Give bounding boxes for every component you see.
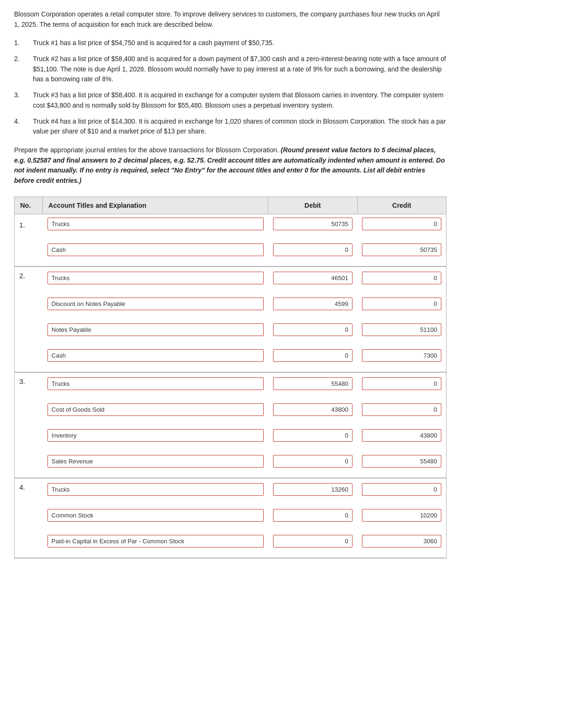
credit-input[interactable]: [362, 535, 441, 548]
credit-input[interactable]: [362, 272, 441, 284]
credit-input[interactable]: [362, 323, 441, 336]
debit-input[interactable]: [273, 535, 352, 548]
credit-input[interactable]: [362, 297, 441, 310]
debit-cell[interactable]: [268, 478, 357, 499]
row-spacer: [15, 365, 446, 372]
account-input[interactable]: [47, 377, 264, 390]
account-input[interactable]: [47, 272, 264, 284]
debit-input[interactable]: [273, 323, 352, 336]
truck-list-item: 3.Truck #3 has a list price of $58,400. …: [14, 90, 446, 110]
account-cell[interactable]: [43, 240, 268, 259]
credit-input[interactable]: [362, 509, 441, 522]
table-row: 3.: [15, 372, 446, 393]
credit-cell[interactable]: [357, 266, 446, 288]
debit-input[interactable]: [273, 509, 352, 522]
credit-cell[interactable]: [357, 372, 446, 393]
debit-cell[interactable]: [268, 532, 357, 551]
credit-cell[interactable]: [357, 452, 446, 471]
account-input[interactable]: [47, 455, 264, 468]
credit-cell[interactable]: [357, 346, 446, 365]
account-input[interactable]: [47, 243, 264, 256]
account-cell[interactable]: [43, 266, 268, 288]
debit-input[interactable]: [273, 455, 352, 468]
table-row: [15, 426, 446, 445]
credit-input[interactable]: [362, 218, 441, 230]
account-cell[interactable]: [43, 372, 268, 393]
debit-input[interactable]: [273, 243, 352, 256]
entry-number: [15, 506, 43, 525]
account-cell[interactable]: [43, 532, 268, 551]
entry-number: [15, 240, 43, 259]
credit-cell[interactable]: [357, 294, 446, 313]
debit-cell[interactable]: [268, 426, 357, 445]
debit-cell[interactable]: [268, 372, 357, 393]
row-spacer: [15, 234, 446, 240]
account-cell[interactable]: [43, 506, 268, 525]
account-input[interactable]: [47, 349, 264, 362]
truck-list-item: 2.Truck #2 has a list price of $58,400 a…: [14, 54, 446, 85]
debit-input[interactable]: [273, 218, 352, 230]
credit-input[interactable]: [362, 455, 441, 468]
credit-cell[interactable]: [357, 400, 446, 419]
col-header-debit: Debit: [268, 196, 357, 214]
account-input[interactable]: [47, 403, 264, 416]
debit-input[interactable]: [273, 483, 352, 496]
debit-cell[interactable]: [268, 452, 357, 471]
credit-cell[interactable]: [357, 320, 446, 339]
credit-cell[interactable]: [357, 240, 446, 259]
debit-input[interactable]: [273, 349, 352, 362]
truck-text: Truck #4 has a list price of $14,300. It…: [33, 117, 446, 137]
credit-cell[interactable]: [357, 426, 446, 445]
account-cell[interactable]: [43, 294, 268, 313]
intro-paragraph: Blossom Corporation operates a retail co…: [14, 9, 446, 30]
debit-cell[interactable]: [268, 240, 357, 259]
col-header-credit: Credit: [357, 196, 446, 214]
debit-cell[interactable]: [268, 346, 357, 365]
debit-cell[interactable]: [268, 400, 357, 419]
debit-input[interactable]: [273, 429, 352, 442]
account-input[interactable]: [47, 535, 264, 548]
debit-input[interactable]: [273, 272, 352, 284]
credit-cell[interactable]: [357, 506, 446, 525]
credit-cell[interactable]: [357, 214, 446, 234]
account-input[interactable]: [47, 218, 264, 230]
debit-cell[interactable]: [268, 294, 357, 313]
account-cell[interactable]: [43, 452, 268, 471]
row-spacer: [15, 393, 446, 400]
debit-cell[interactable]: [268, 214, 357, 234]
account-cell[interactable]: [43, 346, 268, 365]
account-input[interactable]: [47, 509, 264, 522]
table-row: [15, 506, 446, 525]
account-input[interactable]: [47, 323, 264, 336]
credit-cell[interactable]: [357, 532, 446, 551]
credit-input[interactable]: [362, 483, 441, 496]
intro-text: Blossom Corporation operates a retail co…: [14, 10, 439, 28]
entry-number: [15, 346, 43, 365]
credit-input[interactable]: [362, 429, 441, 442]
account-input[interactable]: [47, 483, 264, 496]
debit-input[interactable]: [273, 403, 352, 416]
truck-list-item: 1.Truck #1 has a list price of $54,750 a…: [14, 38, 446, 48]
table-row: 2.: [15, 266, 446, 288]
debit-input[interactable]: [273, 377, 352, 390]
account-input[interactable]: [47, 429, 264, 442]
entry-number: 3.: [15, 372, 43, 393]
credit-input[interactable]: [362, 243, 441, 256]
credit-input[interactable]: [362, 403, 441, 416]
account-cell[interactable]: [43, 214, 268, 234]
table-row: [15, 294, 446, 313]
row-spacer: [15, 313, 446, 320]
debit-input[interactable]: [273, 297, 352, 310]
credit-cell[interactable]: [357, 478, 446, 499]
debit-cell[interactable]: [268, 266, 357, 288]
account-cell[interactable]: [43, 400, 268, 419]
credit-input[interactable]: [362, 377, 441, 390]
account-input[interactable]: [47, 297, 264, 310]
account-cell[interactable]: [43, 426, 268, 445]
debit-cell[interactable]: [268, 506, 357, 525]
table-row: 4.: [15, 478, 446, 499]
account-cell[interactable]: [43, 478, 268, 499]
account-cell[interactable]: [43, 320, 268, 339]
credit-input[interactable]: [362, 349, 441, 362]
debit-cell[interactable]: [268, 320, 357, 339]
